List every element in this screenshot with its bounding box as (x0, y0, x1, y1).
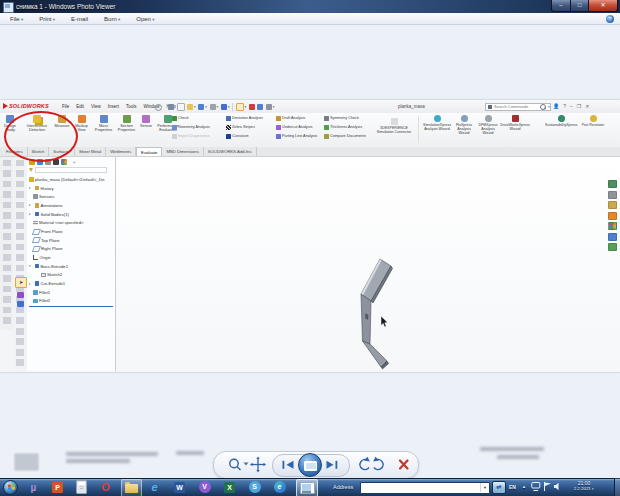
address-dropdown-icon[interactable]: ▼ (480, 483, 489, 492)
ribbon-compare-documents[interactable]: Compare Documents (324, 134, 366, 139)
maximize-button[interactable]: □ (571, 0, 589, 12)
search-commands-input[interactable] (494, 104, 538, 109)
tree-item-boss-extrude1[interactable]: ▾Boss-Extrude1 (29, 262, 115, 271)
sw-login-icon[interactable]: 👤 (553, 103, 559, 109)
ribbon-parting-line-analysis[interactable]: Parting Line Analysis (276, 134, 317, 139)
ribbon-part-reviewer[interactable]: Part Reviewer (580, 115, 606, 127)
ribbon-mass-properties[interactable]: Mass Properties (92, 115, 115, 132)
taskbar-utorrent[interactable]: µ (25, 479, 42, 495)
search-dropdown-icon[interactable]: ▾ (548, 105, 550, 109)
select-cursor-icon[interactable] (236, 103, 244, 111)
save-icon[interactable] (198, 104, 204, 110)
ribbon-draft-analysis[interactable]: Draft Analysis (276, 116, 305, 121)
dimension-tool-icon[interactable] (17, 301, 24, 307)
sw-minimize-icon[interactable]: – (570, 103, 573, 109)
view-palette-tab-icon[interactable] (608, 233, 617, 241)
ribbon-check[interactable]: Check (172, 116, 189, 121)
sketch-tool-icon[interactable] (17, 292, 24, 298)
rollback-bar[interactable] (29, 306, 113, 307)
zoom-icon[interactable] (228, 455, 242, 475)
language-indicator[interactable]: EN (509, 484, 516, 490)
tree-item-front-plane[interactable]: Front Plane (29, 227, 115, 236)
taskbar-photo-viewer-active[interactable] (296, 479, 318, 496)
close-button[interactable]: ✕ (589, 0, 618, 12)
sw-menu-file[interactable]: File (62, 104, 69, 109)
tree-item-fillet2[interactable]: Fillet2 (29, 297, 115, 306)
filter-icon[interactable] (29, 168, 33, 172)
menu-print[interactable]: Print (39, 16, 55, 22)
custom-properties-tab-icon[interactable] (608, 243, 617, 251)
ribbon-3dexperience-connector[interactable]: 3DEXPERIENCE Simulation Connector (374, 118, 414, 134)
rotate-clockwise-icon[interactable] (369, 455, 384, 475)
ribbon-dfmxpress[interactable]: DFMXpress Analysis Wizard (476, 115, 500, 135)
home-tab-icon[interactable] (608, 180, 617, 188)
tree-item-cut-extrude1[interactable]: ▸Cut-Extrude1 (29, 279, 115, 288)
taskbar-explorer[interactable] (121, 479, 142, 496)
displaymanager-tab-icon[interactable] (61, 159, 67, 165)
sw-close-icon[interactable]: ✕ (585, 103, 589, 109)
ribbon-driveworksxpress[interactable]: DriveWorksXpress Wizard (500, 115, 530, 131)
undo-icon[interactable] (221, 104, 227, 110)
tab-evaluate[interactable]: Evaluate (136, 147, 162, 156)
ribbon-zebra-stripes[interactable]: Zebra Stripes (226, 125, 255, 130)
fit-to-window-icon[interactable] (251, 455, 266, 475)
taskbar-skype[interactable]: S (246, 479, 263, 495)
taskbar-word[interactable]: W (171, 479, 188, 495)
ribbon-deviation-analysis[interactable]: Deviation Analysis (226, 116, 263, 121)
address-bar[interactable]: ▼ (360, 482, 490, 494)
filter-input[interactable] (35, 167, 107, 173)
tray-icons[interactable] (531, 481, 561, 493)
sw-menu-view[interactable]: View (91, 104, 101, 109)
print-icon[interactable] (210, 104, 216, 110)
menu-file[interactable]: File (10, 16, 23, 22)
tab-mbd-dimensions[interactable]: MBD Dimensions (162, 147, 203, 156)
taskbar-excel[interactable]: X (221, 479, 238, 495)
design-library-tab-icon[interactable] (608, 201, 617, 209)
tree-item-origin[interactable]: Origin (29, 253, 115, 262)
tree-item-sensors[interactable]: Sensors (29, 192, 115, 201)
ribbon-simulationxpress[interactable]: SimulationXpress Analysis Wizard (422, 115, 452, 131)
minimize-button[interactable]: – (551, 0, 571, 12)
ribbon-curvature[interactable]: Curvature (226, 134, 249, 139)
tree-item-top-plane[interactable]: Top Plane (29, 236, 115, 245)
tree-item-solid-bodies[interactable]: ▸Solid Bodies(1) (29, 210, 115, 219)
tab-weldments[interactable]: Weldments (106, 147, 136, 156)
tree-root[interactable]: planka_masa (Default<<Default>_Dis (29, 175, 115, 184)
tree-item-history[interactable]: ▸History (29, 184, 115, 193)
next-icon[interactable] (324, 455, 340, 475)
sw-left-toolbar-1[interactable] (0, 157, 14, 330)
ribbon-sustainabilityxpress[interactable]: SustainabilityXpress (545, 115, 577, 127)
show-desktop-button[interactable] (614, 478, 620, 496)
address-input[interactable] (361, 485, 480, 491)
pin-menubar-icon[interactable] (155, 104, 162, 111)
expand-panel-icon[interactable]: » (73, 160, 75, 165)
start-button[interactable] (3, 480, 18, 495)
tree-item-right-plane[interactable]: Right Plane (29, 245, 115, 254)
options-gear-icon[interactable] (266, 104, 272, 110)
ribbon-floxpress[interactable]: FloXpress Analysis Wizard (452, 115, 476, 135)
delete-icon[interactable] (394, 455, 412, 475)
previous-icon[interactable] (278, 455, 296, 475)
ribbon-thickness-analysis[interactable]: Thickness Analysis (324, 125, 362, 130)
rebuild-icon[interactable] (249, 104, 255, 110)
tree-item-material[interactable]: Material <not specified> (29, 218, 115, 227)
tab-sheet-metal[interactable]: Sheet Metal (75, 147, 106, 156)
sw-restore-icon[interactable]: ❐ (577, 103, 581, 109)
open-icon[interactable] (187, 104, 193, 110)
home-icon[interactable] (168, 104, 174, 110)
new-document-icon[interactable] (177, 103, 185, 111)
help-icon[interactable]: ? (606, 15, 614, 23)
sw-menu-tools[interactable]: Tools (126, 104, 137, 109)
tray-clock[interactable]: 21:00 2.2.2021 г. (563, 480, 605, 491)
taskbar-internet-explorer[interactable]: e (146, 479, 163, 495)
play-slideshow-button[interactable] (298, 453, 322, 477)
taskbar-opera[interactable]: O (97, 479, 114, 495)
sw-menu-insert[interactable]: Insert (108, 104, 119, 109)
taskbar-edge[interactable]: e (271, 479, 288, 495)
tree-item-fillet1[interactable]: Fillet1 (29, 288, 115, 297)
sw-search-box[interactable]: ▾ (485, 103, 551, 111)
file-properties-icon[interactable] (257, 104, 263, 110)
appearances-tab-icon[interactable] (608, 222, 617, 230)
tab-solidworks-addins[interactable]: SOLIDWORKS Add-Ins (204, 147, 257, 156)
ribbon-symmetry-check[interactable]: Symmetry Check (324, 116, 359, 121)
